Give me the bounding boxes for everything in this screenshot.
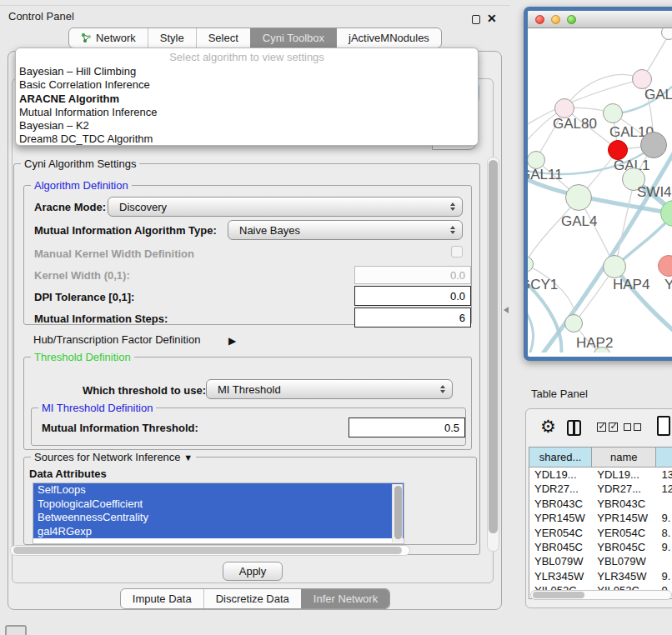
tab-cyni-toolbox[interactable]: Cyni Toolbox [250, 28, 336, 48]
splitter-collapse-icon[interactable] [504, 307, 509, 313]
table-cell: 9. [656, 569, 672, 583]
stepper-arrows-icon [440, 385, 445, 393]
table-cell: YBL079W [592, 554, 656, 568]
data-attributes-label: Data Attributes [29, 468, 107, 480]
table-cell: YDL19... [529, 468, 592, 482]
apply-button[interactable]: Apply [223, 562, 283, 581]
network-node-hap2[interactable] [564, 314, 583, 332]
table-row[interactable]: YDL19...YDL19...13 [529, 468, 672, 482]
cyni-settings-scroll-area: Cyni Algorithm Settings Algorithm Defini… [10, 155, 487, 557]
node-label: SWI4 [637, 184, 672, 201]
attribute-item[interactable]: TopologicalCoefficient [33, 498, 404, 512]
algorithm-option[interactable]: Mutual Information Inference [16, 106, 478, 119]
close-panel-icon[interactable]: ✕ [487, 12, 497, 25]
attribute-item[interactable]: BetweennessCentrality [33, 511, 404, 525]
table-row[interactable]: YBR043CYBR043C [529, 497, 672, 511]
attribute-item[interactable]: SelfLoops [33, 483, 404, 498]
which-threshold-select[interactable]: MI Threshold [206, 379, 453, 399]
table-horizontal-scrollbar[interactable] [530, 590, 672, 600]
tab-style[interactable]: Style [148, 28, 196, 48]
table-row[interactable]: YPR145WYPR145W9. [529, 511, 672, 525]
aracne-mode-select[interactable]: Discovery [108, 197, 463, 217]
hub-definition-toggle[interactable]: Hub/Transcription Factor Definition [33, 333, 200, 346]
table-cell: YBR045C [592, 540, 656, 554]
tab-discretize-data[interactable]: Discretize Data [203, 589, 301, 608]
table-row[interactable]: YDR27...YDR27...12 [529, 482, 672, 496]
table-cell: YDL19... [592, 468, 656, 482]
node-label: GAL [644, 87, 672, 103]
manual-kernel-checkbox[interactable] [451, 246, 463, 258]
network-node-hap4[interactable] [603, 255, 626, 278]
table-cell: YER054C [529, 526, 592, 540]
settings-vertical-scrollbar[interactable] [487, 157, 499, 552]
table-row[interactable]: YLR345WYLR345W9. [529, 569, 672, 583]
tab-network[interactable]: Network [69, 28, 148, 48]
table-cell: YER054C [592, 526, 656, 540]
column-header[interactable]: shared... [529, 448, 592, 468]
close-window-icon[interactable] [535, 15, 544, 24]
mi-threshold-input[interactable] [349, 418, 465, 438]
select-all-icon[interactable] [597, 422, 618, 432]
control-panel-title: Control Panel [8, 10, 74, 22]
control-panel-titlebar: Control Panel ✕ [0, 5, 510, 25]
node-label: GAL4 [561, 213, 597, 230]
zoom-window-icon[interactable] [567, 15, 576, 24]
minimized-panel-icon[interactable] [5, 625, 27, 635]
table-row[interactable]: YER054CYER054C8. [529, 526, 672, 540]
network-view-window[interactable]: GALGAL80GAL10GAL1GAL11SWI4GAL4GCY1YHAP4H… [524, 7, 672, 361]
minimize-window-icon[interactable] [551, 15, 560, 24]
top-tabs: NetworkStyleSelectCyni ToolboxjActiveMNo… [68, 28, 442, 48]
dpi-tolerance-input[interactable] [354, 286, 471, 306]
algorithm-dropdown-list: Select algorithm to view settings Bayesi… [15, 48, 479, 146]
which-threshold-label: Which threshold to use: [83, 384, 206, 397]
collapse-arrow-icon[interactable] [183, 451, 193, 463]
kernel-width-input[interactable] [354, 266, 471, 284]
table-row[interactable]: YBL079WYBL079W [529, 554, 672, 568]
tab-impute-data[interactable]: Impute Data [121, 589, 203, 608]
expand-arrow-icon[interactable] [228, 332, 236, 348]
float-window-icon[interactable] [472, 15, 480, 24]
table-cell: 12 [656, 482, 672, 496]
list-scrollbar[interactable] [392, 484, 403, 542]
table-cell: YBR043C [529, 497, 592, 511]
algorithm-option[interactable]: Bayesian – K2 [16, 119, 478, 132]
mi-steps-input[interactable] [354, 308, 471, 328]
dropdown-items: Bayesian – Hill ClimbingBasic Correlatio… [16, 65, 478, 146]
network-node[interactable] [640, 132, 667, 158]
group-title: Threshold Definition [31, 351, 134, 363]
table-cell: YPR145W [529, 511, 592, 525]
network-node-gal4[interactable] [565, 184, 592, 211]
sources-title[interactable]: Sources for Network Inference [34, 451, 181, 463]
stepper-arrows-icon [450, 202, 455, 211]
deselect-all-icon[interactable] [624, 422, 641, 431]
mi-threshold-group: MI Threshold Definition Mutual Informati… [31, 408, 466, 446]
network-icon [81, 32, 92, 43]
screen: Control Panel ✕ NetworkStyleSelectCyni T… [0, 0, 672, 635]
algorithm-option[interactable]: Bayesian – Hill Climbing [16, 65, 478, 78]
column-header[interactable]: name [592, 448, 656, 468]
data-attributes-list[interactable]: SelfLoopsTopologicalCoefficientBetweenne… [33, 482, 404, 544]
mi-algorithm-type-select[interactable]: Naive Bayes [228, 220, 463, 240]
tab-select[interactable]: Select [196, 28, 250, 48]
tab-infer-network[interactable]: Infer Network [301, 589, 389, 608]
network-canvas[interactable]: GALGAL80GAL10GAL1GAL11SWI4GAL4GCY1YHAP4H… [528, 28, 672, 352]
settings-horizontal-scrollbar[interactable] [10, 545, 410, 556]
table-row[interactable]: YBR045CYBR045C9. [529, 540, 672, 554]
gear-icon[interactable]: ⚙ [540, 417, 556, 437]
algorithm-option[interactable]: ARACNE Algorithm [16, 92, 478, 106]
algorithm-definition-group: Algorithm Definition Aracne Mode: Discov… [23, 185, 472, 325]
split-columns-icon[interactable] [567, 420, 581, 436]
column-header[interactable] [656, 448, 672, 468]
algorithm-option[interactable]: Basic Correlation Inference [16, 78, 478, 92]
document-icon[interactable] [657, 416, 670, 436]
tab-jactivemnodules[interactable]: jActiveMNodules [336, 28, 441, 48]
algorithm-option[interactable]: Dream8 DC_TDC Algorithm [16, 132, 478, 146]
aracne-mode-label: Aracne Mode: [34, 201, 106, 213]
network-window-titlebar[interactable] [528, 11, 672, 28]
node-table[interactable]: shared...name YDL19...YDL19...13YDR27...… [529, 447, 672, 599]
table-cell: 9. [656, 540, 672, 554]
network-node-gal10[interactable] [603, 103, 623, 123]
attribute-item[interactable]: gal4RGexp [33, 525, 404, 539]
node-label: Y [664, 277, 672, 293]
kernel-width-label: Kernel Width (0,1): [34, 269, 130, 282]
